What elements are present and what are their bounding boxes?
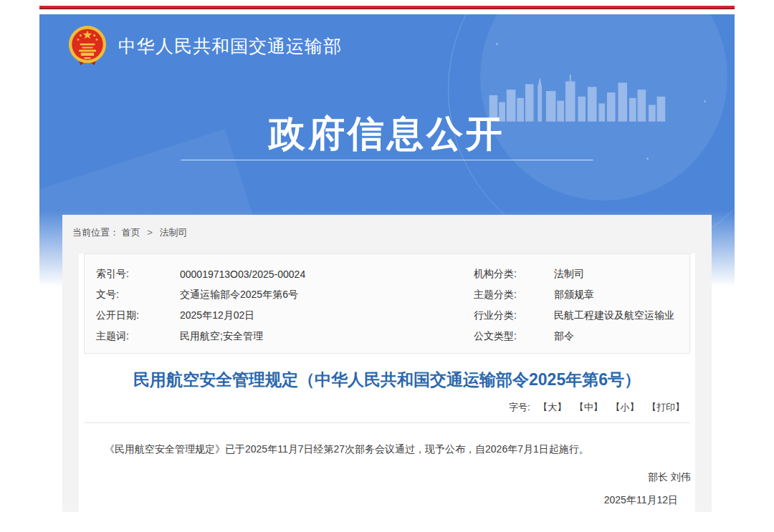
dot-decoration: [704, 100, 706, 102]
org-name: 中华人民共和国交通运输部: [118, 34, 342, 58]
meta-value: 法制司: [554, 268, 689, 281]
breadcrumb-section-link[interactable]: 法制司: [159, 227, 187, 238]
site-identity: 中华人民共和国交通运输部: [68, 25, 342, 67]
breadcrumb-home-link[interactable]: 首页: [122, 227, 140, 238]
article-card: 索引号: 000019713O03/2025-00024 机构分类: 法制司 文…: [79, 253, 695, 517]
meta-label: 索引号:: [96, 268, 180, 281]
banner-underline: [181, 160, 593, 160]
banner-title: 政府信息公开: [39, 110, 735, 159]
content-panel: 当前位置： 首页 > 法制司 索引号: 000019713O03/2025-00…: [62, 215, 712, 512]
signature-name: 部长 刘伟: [79, 471, 691, 484]
meta-value: 民航工程建设及航空运输业: [554, 309, 689, 322]
meta-label: 主题词:: [96, 330, 180, 343]
breadcrumb-label: 当前位置：: [72, 227, 119, 238]
meta-label: 公文类型:: [474, 330, 554, 343]
meta-label: 机构分类:: [474, 268, 554, 281]
meta-row: 公开日期: 2025年12月02日 行业分类: 民航工程建设及航空运输业: [85, 305, 689, 326]
page-band: 中华人民共和国交通运输部 政府信息公开 当前位置： 首页 > 法制司 索引号: …: [39, 0, 735, 532]
breadcrumb: 当前位置： 首页 > 法制司: [62, 215, 712, 248]
page: 中华人民共和国交通运输部 政府信息公开 当前位置： 首页 > 法制司 索引号: …: [0, 0, 774, 532]
dot-decoration: [496, 43, 498, 45]
meta-row: 文号: 交通运输部令2025年第6号 主题分类: 部颁规章: [85, 284, 689, 305]
article-title: 民用航空安全管理规定（中华人民共和国交通运输部令2025年第6号）: [85, 369, 689, 391]
font-small-button[interactable]: 【小】: [611, 402, 639, 412]
font-large-button[interactable]: 【大】: [538, 402, 566, 412]
meta-value: 民用航空;安全管理: [180, 330, 474, 343]
breadcrumb-separator: >: [147, 227, 153, 238]
font-medium-button[interactable]: 【中】: [575, 402, 603, 412]
meta-row: 主题词: 民用航空;安全管理 公文类型: 部令: [85, 326, 689, 347]
national-emblem-icon: [68, 25, 107, 67]
meta-value: 部颁规章: [554, 289, 689, 301]
top-red-bar: [39, 6, 735, 9]
document-meta-table: 索引号: 000019713O03/2025-00024 机构分类: 法制司 文…: [84, 253, 690, 354]
font-size-label: 字号:: [509, 402, 530, 412]
meta-row: 索引号: 000019713O03/2025-00024 机构分类: 法制司: [85, 263, 689, 284]
meta-value: 交通运输部令2025年第6号: [180, 289, 474, 301]
signature-date: 2025年11月12日: [79, 494, 678, 507]
meta-value: 2025年12月02日: [180, 309, 474, 322]
article-body: 《民用航空安全管理规定》已于2025年11月7日经第27次部务会议通过，现予公布…: [85, 441, 689, 457]
meta-label: 主题分类:: [474, 289, 554, 301]
print-button[interactable]: 【打印】: [647, 402, 684, 412]
meta-value: 部令: [554, 330, 689, 343]
meta-label: 文号:: [96, 289, 180, 301]
font-size-toolbar: 字号: 【大】 【中】 【小】 【打印】: [84, 401, 690, 423]
meta-label: 公开日期:: [96, 309, 180, 322]
meta-value: 000019713O03/2025-00024: [180, 269, 474, 280]
meta-label: 行业分类:: [474, 309, 554, 322]
